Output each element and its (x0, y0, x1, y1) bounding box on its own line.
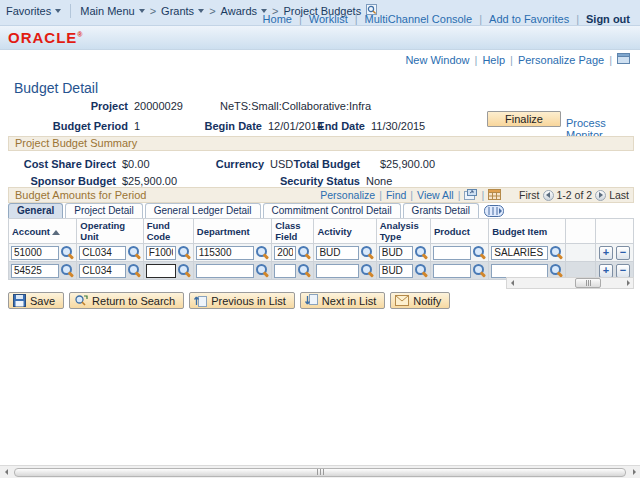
budget-amounts-header-bar: Budget Amounts for Period Personalize | … (8, 187, 634, 203)
link-separator: | (299, 13, 302, 25)
lookup-icon[interactable] (128, 246, 141, 259)
tab-commitment-control-detail[interactable]: Commitment Control Detail (263, 203, 401, 218)
activity-input[interactable] (316, 246, 358, 260)
lookup-icon[interactable] (415, 264, 428, 277)
breadcrumb-item-grants[interactable]: Grants (161, 5, 204, 17)
breadcrumb-awards-label: Awards (221, 5, 257, 17)
account-input[interactable] (11, 264, 59, 278)
analysis-type-input[interactable] (379, 246, 413, 260)
lookup-icon[interactable] (550, 264, 563, 277)
cost-share-direct-value: $0.00 (122, 158, 150, 170)
grid-scrollbar-thumb[interactable] (575, 278, 601, 288)
delete-row-button[interactable]: − (616, 246, 630, 260)
lookup-icon[interactable] (128, 264, 141, 277)
top-navigation-bar: Favorites Main Menu > Grants > Awards > … (0, 0, 640, 26)
fund-code-input[interactable] (146, 246, 176, 260)
product-input[interactable] (433, 264, 471, 278)
lookup-icon[interactable] (178, 264, 191, 277)
find-link[interactable]: Find (386, 189, 406, 201)
lookup-icon[interactable] (415, 246, 428, 259)
department-input[interactable] (196, 264, 254, 278)
analysis-type-input[interactable] (379, 264, 413, 278)
operating-unit-input[interactable] (79, 246, 125, 260)
add-row-button[interactable]: + (599, 264, 613, 278)
next-in-list-button[interactable]: Next in List (300, 292, 385, 309)
scroll-right-icon[interactable] (628, 467, 640, 478)
return-to-search-button[interactable]: Return to Search (69, 292, 184, 309)
lookup-icon[interactable] (361, 264, 374, 277)
col-department[interactable]: Department (193, 219, 271, 244)
window-horizontal-scrollbar[interactable] (0, 465, 640, 478)
home-link[interactable]: Home (263, 13, 292, 25)
col-class-field[interactable]: Class Field (272, 219, 314, 244)
finalize-button[interactable]: Finalize (487, 111, 561, 127)
grid-horizontal-scrollbar[interactable] (506, 277, 634, 289)
activity-input[interactable] (316, 264, 358, 278)
lookup-icon[interactable] (298, 264, 311, 277)
tab-general-ledger-detail[interactable]: General Ledger Detail (145, 203, 261, 218)
tab-project-detail[interactable]: Project Detail (65, 203, 142, 218)
tab-general[interactable]: General (8, 203, 63, 218)
save-button[interactable]: Save (8, 292, 64, 309)
operating-unit-input[interactable] (79, 264, 125, 278)
window-scrollbar-thumb[interactable] (14, 468, 626, 477)
sign-out-link[interactable]: Sign out (586, 13, 630, 25)
product-input[interactable] (433, 246, 471, 260)
col-budget-item[interactable]: Budget Item (489, 219, 565, 244)
add-row-button[interactable]: + (599, 246, 613, 260)
lookup-icon[interactable] (61, 264, 74, 277)
lookup-icon[interactable] (256, 246, 269, 259)
scroll-left-icon[interactable] (0, 467, 12, 478)
col-product[interactable]: Product (430, 219, 488, 244)
lookup-icon[interactable] (298, 246, 311, 259)
view-all-link[interactable]: View All (417, 189, 454, 201)
delete-row-button[interactable]: − (616, 264, 630, 278)
lookup-icon[interactable] (473, 246, 486, 259)
popup-window-icon[interactable] (464, 189, 477, 202)
account-input[interactable] (11, 246, 59, 260)
page-url-icon[interactable] (617, 53, 630, 66)
scroll-left-icon[interactable] (507, 278, 517, 288)
show-all-columns-icon[interactable] (481, 203, 504, 218)
worklist-link[interactable]: Worklist (309, 13, 348, 25)
lookup-icon[interactable] (178, 246, 191, 259)
lookup-icon[interactable] (361, 246, 374, 259)
pager-previous-icon[interactable] (543, 190, 554, 201)
begin-date-label: Begin Date (180, 120, 262, 132)
col-operating-unit[interactable]: Operating Unit (77, 219, 143, 244)
new-window-link[interactable]: New Window (405, 54, 469, 66)
col-account[interactable]: Account (9, 219, 77, 244)
end-date-label: End Date (305, 120, 365, 132)
budget-item-input[interactable] (491, 246, 547, 260)
budget-grid: Account Operating Unit Fund Code Departm… (8, 218, 634, 280)
budget-item-input[interactable] (491, 264, 547, 278)
class-field-input[interactable] (274, 264, 296, 278)
help-link[interactable]: Help (482, 54, 505, 66)
col-fund-code[interactable]: Fund Code (143, 219, 193, 244)
total-budget-label: Total Budget (280, 158, 360, 170)
breadcrumb-main-menu[interactable]: Main Menu (80, 5, 144, 17)
lookup-icon[interactable] (61, 246, 74, 259)
breadcrumb-item-awards[interactable]: Awards (221, 5, 267, 17)
scroll-right-icon[interactable] (623, 278, 633, 288)
col-analysis-type[interactable]: Analysis Type (376, 219, 430, 244)
previous-in-list-button[interactable]: Previous in List (189, 292, 295, 309)
personalize-page-link[interactable]: Personalize Page (518, 54, 604, 66)
download-grid-icon[interactable] (488, 189, 501, 202)
personalize-link[interactable]: Personalize (320, 189, 375, 201)
notify-button[interactable]: Notify (390, 292, 450, 309)
col-activity[interactable]: Activity (314, 219, 376, 244)
tab-grants-detail[interactable]: Grants Detail (403, 203, 479, 218)
multichannel-console-link[interactable]: MultiChannel Console (365, 13, 473, 25)
lookup-icon[interactable] (256, 264, 269, 277)
pager-next-icon[interactable] (595, 190, 606, 201)
breadcrumb-favorites[interactable]: Favorites (6, 5, 61, 17)
fund-code-input[interactable] (146, 264, 176, 278)
add-to-favorites-link[interactable]: Add to Favorites (489, 13, 569, 25)
class-field-input[interactable] (274, 246, 296, 260)
project-budget-summary-header: Project Budget Summary (8, 136, 634, 151)
grid-toolbar: Personalize | Find | View All | | First … (320, 189, 633, 202)
department-input[interactable] (196, 246, 254, 260)
lookup-icon[interactable] (550, 246, 563, 259)
lookup-icon[interactable] (473, 264, 486, 277)
